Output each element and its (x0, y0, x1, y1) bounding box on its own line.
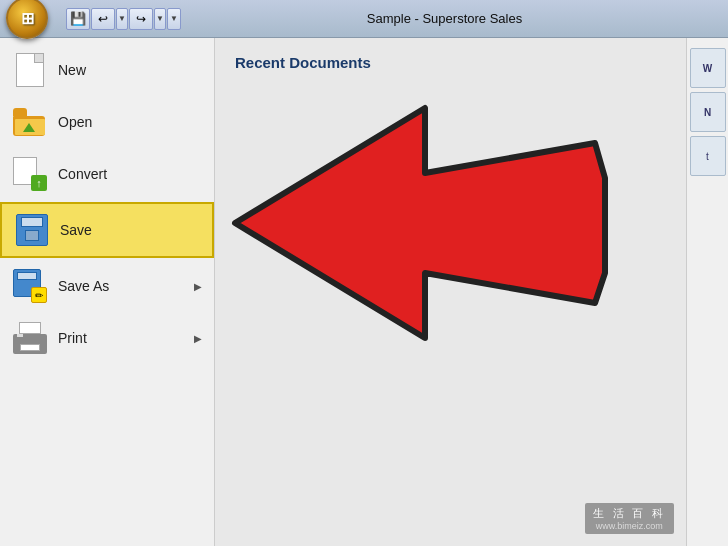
menu-convert-label: Convert (58, 166, 107, 182)
menu-new-label: New (58, 62, 86, 78)
red-arrow (225, 88, 615, 358)
far-right-item-2[interactable]: N (690, 92, 726, 132)
watermark-url: www.bimeiz.com (593, 521, 666, 531)
far-right-item-3[interactable]: t (690, 136, 726, 176)
quick-access-more[interactable]: ▼ (167, 8, 181, 30)
save-toolbar-button[interactable]: 💾 (66, 8, 90, 30)
menu-item-save-as[interactable]: ✏ Save As ▶ (0, 260, 214, 312)
office-button[interactable]: ⊞ (6, 0, 48, 39)
toolbar-area: 💾 ↩ ▼ ↪ ▼ ▼ (66, 8, 181, 30)
redo-button[interactable]: ↪ (129, 8, 153, 30)
window-title: Sample - Superstore Sales (181, 11, 728, 26)
menu-print-label: Print (58, 330, 87, 346)
print-icon (12, 320, 48, 356)
main-area: New Open ↑ Convert (0, 38, 728, 546)
menu-item-print[interactable]: Print ▶ (0, 312, 214, 364)
menu-item-convert[interactable]: ↑ Convert (0, 148, 214, 200)
new-icon (12, 52, 48, 88)
print-arrow: ▶ (194, 333, 202, 344)
menu-open-label: Open (58, 114, 92, 130)
undo-arrow[interactable]: ▼ (116, 8, 128, 30)
menu-item-new[interactable]: New (0, 44, 214, 96)
redo-arrow[interactable]: ▼ (154, 8, 166, 30)
recent-docs-title: Recent Documents (235, 54, 666, 71)
watermark-chinese: 生 活 百 科 (593, 506, 666, 521)
undo-button[interactable]: ↩ (91, 8, 115, 30)
menu-save-as-label: Save As (58, 278, 109, 294)
menu-panel: New Open ↑ Convert (0, 38, 215, 546)
convert-icon: ↑ (12, 156, 48, 192)
watermark: 生 活 百 科 www.bimeiz.com (585, 503, 674, 534)
save-as-icon: ✏ (12, 268, 48, 304)
office-logo-icon: ⊞ (21, 9, 34, 28)
save-as-arrow: ▶ (194, 281, 202, 292)
open-icon (12, 104, 48, 140)
save-icon (14, 212, 50, 248)
far-right-panel: W N t (686, 38, 728, 546)
right-panel: Recent Documents 生 活 百 科 www.bimeiz.com (215, 38, 686, 546)
menu-save-label: Save (60, 222, 92, 238)
menu-item-open[interactable]: Open (0, 96, 214, 148)
far-right-item-1[interactable]: W (690, 48, 726, 88)
menu-item-save[interactable]: Save (0, 202, 214, 258)
svg-marker-0 (235, 108, 605, 338)
